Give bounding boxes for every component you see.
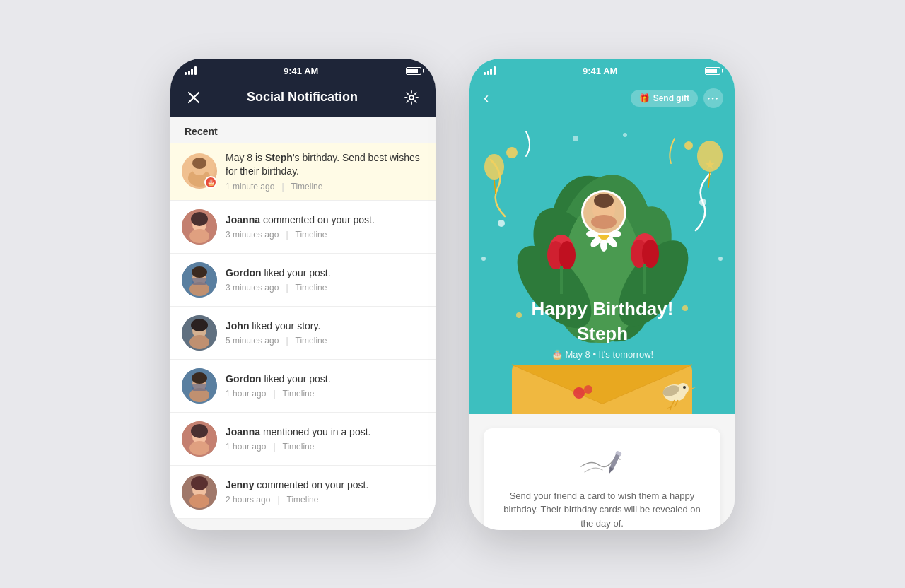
avatar-wrap: [182, 262, 217, 298]
notification-item[interactable]: 🎂 May 8 is Steph's birthday. Send best w…: [170, 143, 436, 201]
birthday-svg: Happy Birthday! Steph 🎂 May 8 • It's tom…: [469, 117, 735, 414]
notification-meta: 3 minutes ago | Timeline: [226, 230, 424, 240]
svg-point-36: [684, 141, 693, 150]
notification-text: Jenny commented on your post.: [226, 478, 424, 493]
notification-content: John liked your story. 5 minutes ago | T…: [226, 319, 424, 346]
pen-illustration-icon: [574, 445, 631, 481]
svg-point-93: [683, 386, 686, 389]
svg-point-2: [409, 95, 414, 100]
notification-text: Gordon liked your post.: [226, 372, 424, 387]
svg-point-80: [591, 215, 617, 229]
avatar: [182, 474, 217, 510]
svg-rect-64: [643, 264, 646, 294]
more-options-button[interactable]: ●●●: [703, 88, 723, 108]
svg-point-23: [192, 372, 207, 384]
svg-text:Steph: Steph: [577, 323, 628, 344]
notification-content: May 8 is Steph's birthday. Send best wis…: [226, 151, 424, 192]
signal-area: [185, 66, 197, 75]
avatar-wrap: [182, 421, 217, 457]
notification-time: 3 minutes ago: [226, 230, 279, 240]
svg-line-98: [670, 407, 671, 410]
close-button[interactable]: [185, 88, 203, 107]
dots-icon: ●●●: [708, 96, 720, 100]
notification-meta: 3 minutes ago | Timeline: [226, 283, 424, 293]
avatar: [182, 262, 217, 298]
svg-point-41: [481, 257, 486, 261]
notification-content: Gordon liked your post. 3 minutes ago | …: [226, 266, 424, 293]
notification-content: Gordon liked your post. 1 hour ago | Tim…: [226, 372, 424, 399]
notification-item[interactable]: Gordon liked your post. 1 hour ago | Tim…: [170, 360, 436, 413]
notification-source: Timeline: [291, 182, 323, 192]
right-status-bar: 9:41 AM: [469, 59, 735, 81]
notification-source: Timeline: [283, 442, 315, 452]
avatar-wrap: [182, 368, 217, 404]
notification-item[interactable]: Gordon liked your post. 3 minutes ago | …: [170, 254, 436, 307]
battery-icon: [705, 67, 720, 75]
left-phone: 9:41 AM Social Notification: [170, 59, 436, 530]
notification-time: 3 minutes ago: [226, 283, 279, 293]
avatar-wrap: [182, 474, 217, 510]
svg-point-79: [594, 194, 614, 208]
notification-time: 1 hour ago: [226, 442, 266, 452]
status-time: 9:41 AM: [583, 66, 617, 76]
notification-text: John liked your story.: [226, 319, 424, 334]
gift-icon: 🎁: [639, 93, 650, 103]
notification-source: Timeline: [296, 336, 327, 346]
section-label: Recent: [170, 117, 436, 143]
svg-point-7: [192, 158, 206, 169]
signal-area: [484, 66, 496, 75]
send-gift-button[interactable]: 🎁 Send gift: [631, 90, 698, 107]
notification-text: May 8 is Steph's birthday. Send best wis…: [226, 151, 424, 179]
status-time: 9:41 AM: [284, 66, 318, 76]
notification-source: Timeline: [283, 389, 315, 399]
svg-point-37: [498, 220, 505, 227]
birthday-badge: 🎂: [204, 176, 217, 189]
page-title: Social Notification: [247, 90, 358, 105]
birthday-header: ‹ 🎁 Send gift ●●●: [469, 81, 735, 117]
svg-point-29: [189, 441, 209, 455]
svg-point-42: [718, 257, 723, 261]
notification-header: Social Notification: [170, 81, 436, 117]
svg-point-35: [506, 147, 518, 158]
card-section: Send your friend a card to wish them a h…: [469, 414, 735, 530]
battery-icon: [406, 67, 421, 75]
settings-button[interactable]: [402, 88, 421, 107]
pen-icon-area: [574, 445, 631, 481]
svg-point-44: [623, 133, 627, 137]
birthday-illustration: Happy Birthday! Steph 🎂 May 8 • It's tom…: [469, 117, 735, 414]
notification-item[interactable]: Joanna mentioned you in a post. 1 hour a…: [170, 413, 436, 466]
notification-list: Recent: [170, 117, 436, 530]
notification-time: 1 hour ago: [226, 389, 266, 399]
svg-point-19: [191, 319, 208, 331]
svg-point-43: [573, 136, 578, 141]
notification-content: Joanna mentioned you in a post. 1 hour a…: [226, 425, 424, 452]
svg-point-32: [191, 476, 208, 490]
card-description: Send your friend a card to wish them a h…: [498, 489, 706, 530]
notification-item[interactable]: Jenny commented on your post. 2 hours ag…: [170, 466, 436, 519]
gear-icon: [404, 90, 419, 105]
svg-point-28: [191, 424, 208, 438]
svg-point-99: [573, 387, 585, 399]
header-actions: 🎁 Send gift ●●●: [631, 88, 723, 108]
svg-point-71: [600, 239, 607, 252]
back-button[interactable]: ‹: [481, 86, 491, 110]
card-white-box: Send your friend a card to wish them a h…: [484, 428, 720, 530]
notification-text: Gordon liked your post.: [226, 266, 424, 281]
svg-rect-25: [192, 384, 206, 391]
avatar: [182, 421, 217, 457]
notification-source: Timeline: [296, 230, 327, 240]
svg-rect-60: [560, 266, 563, 294]
notification-item[interactable]: Joanna commented on your post. 3 minutes…: [170, 201, 436, 254]
svg-point-33: [189, 494, 209, 508]
svg-point-63: [642, 240, 659, 268]
notification-text: Joanna mentioned you in a post.: [226, 425, 424, 440]
notification-item[interactable]: John liked your story. 5 minutes ago | T…: [170, 307, 436, 360]
svg-point-20: [189, 335, 209, 349]
right-phone: 9:41 AM ‹ 🎁 Send gift ●●●: [469, 59, 735, 530]
notification-content: Jenny commented on your post. 2 hours ag…: [226, 478, 424, 505]
notification-text: Joanna commented on your post.: [226, 213, 424, 228]
birthday-screen: 9:41 AM ‹ 🎁 Send gift ●●●: [469, 59, 735, 530]
svg-text:🎂 May 8 • It's tomorrow!: 🎂 May 8 • It's tomorrow!: [551, 348, 653, 360]
notification-meta: 5 minutes ago | Timeline: [226, 336, 424, 346]
svg-point-40: [682, 305, 688, 311]
